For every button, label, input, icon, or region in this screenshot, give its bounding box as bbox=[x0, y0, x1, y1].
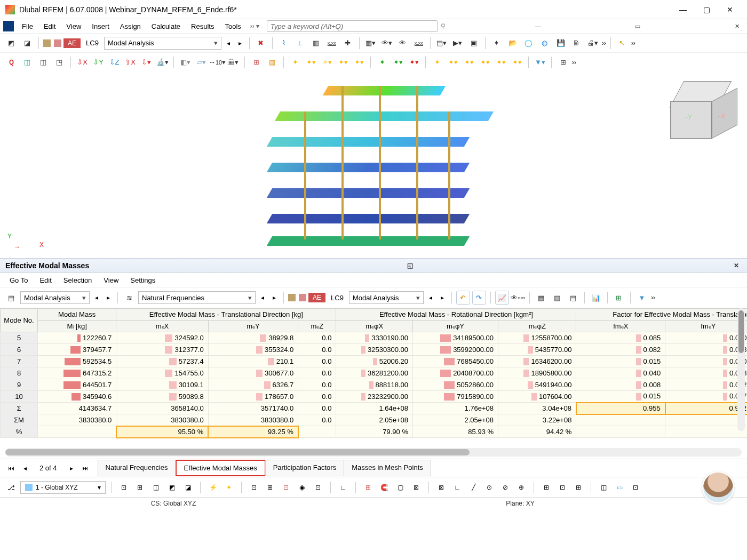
table-row[interactable]: 7592534.557237.4210.10.052006.207685450.… bbox=[1, 356, 748, 367]
assistant-avatar[interactable] bbox=[702, 471, 734, 503]
table-row[interactable]: 9644501.730109.16326.70.0888118.00505286… bbox=[1, 379, 748, 391]
table-vscroll[interactable] bbox=[737, 308, 745, 431]
maximize-button[interactable]: ▢ bbox=[695, 2, 718, 18]
spark-calc-icon[interactable]: ⚡ bbox=[206, 481, 220, 494]
p-eye-icon[interactable]: 👁x.xx bbox=[511, 291, 525, 305]
p-filter-icon[interactable]: ▼ bbox=[635, 291, 649, 305]
load2-icon[interactable]: ✦▾ bbox=[391, 55, 405, 69]
view2-icon[interactable]: ▭ bbox=[613, 481, 626, 494]
snap4-icon[interactable]: ◉ bbox=[295, 481, 309, 494]
menu-insert[interactable]: Insert bbox=[87, 20, 114, 33]
col-modal-mass[interactable]: Modal Mass bbox=[38, 309, 116, 321]
isometric-back-icon[interactable]: ◪ bbox=[20, 36, 34, 50]
menu-edit[interactable]: Edit bbox=[39, 20, 60, 33]
col-factor[interactable]: Factor for Effective Modal Mass - Transl… bbox=[576, 309, 747, 321]
panel-menu-view[interactable]: View bbox=[98, 274, 124, 286]
draw-angle-icon[interactable]: ∟ bbox=[450, 481, 464, 494]
minimize-button[interactable]: — bbox=[671, 2, 695, 18]
table-hscroll[interactable] bbox=[5, 448, 742, 457]
microscope-icon[interactable]: 🔬▾ bbox=[155, 55, 169, 69]
panel-c2-next-icon[interactable]: ▸ bbox=[269, 292, 279, 303]
animate-icon[interactable]: ▶▾ bbox=[451, 36, 465, 50]
spark-run-icon[interactable]: ✦ bbox=[222, 481, 236, 494]
spark1-icon[interactable]: ✦ bbox=[288, 55, 302, 69]
panel-menu-edit[interactable]: Edit bbox=[34, 274, 57, 286]
loadcase-combo[interactable]: Modal Analysis▾ bbox=[104, 37, 221, 50]
toolbar1b-overflow[interactable]: ›› bbox=[631, 39, 635, 47]
new-icon[interactable]: ✦ bbox=[490, 36, 504, 50]
snap5-icon[interactable]: ⊡ bbox=[311, 481, 325, 494]
panel-freq-icon[interactable]: ≋ bbox=[122, 291, 136, 305]
lc-next-icon[interactable]: ▸ bbox=[235, 37, 245, 49]
panel-cat-icon[interactable]: ▤ bbox=[4, 291, 18, 305]
sheet-tab[interactable]: Natural Frequencies bbox=[98, 460, 176, 476]
panel-close-icon[interactable]: ✕ bbox=[731, 262, 742, 269]
select-icon[interactable]: ↖ bbox=[615, 36, 629, 50]
panel-menu-goto[interactable]: Go To bbox=[4, 274, 33, 286]
deform-icon[interactable]: ⌇ bbox=[277, 36, 291, 50]
res3-icon[interactable]: ✦▾ bbox=[462, 55, 476, 69]
results-table[interactable]: Mode No. Modal Mass Effective Modal Mass… bbox=[0, 308, 747, 438]
angle-icon[interactable]: ∟ bbox=[336, 481, 350, 494]
reaction-icon[interactable]: ⟂ bbox=[293, 36, 307, 50]
grid-b-icon[interactable]: ⊡ bbox=[555, 481, 569, 494]
draw1-icon[interactable]: ⊠ bbox=[434, 481, 448, 494]
p-lc-tag[interactable]: AE bbox=[308, 293, 325, 302]
lc-prev-icon[interactable]: ◂ bbox=[224, 37, 233, 49]
p-tbl3-icon[interactable]: ▤ bbox=[566, 291, 580, 305]
paneltool-overflow[interactable]: ›› bbox=[651, 294, 655, 301]
iso-surface-icon[interactable]: ▦▾ bbox=[364, 36, 378, 50]
box2-icon[interactable]: ◳ bbox=[52, 55, 66, 69]
b1-icon[interactable]: ⊡ bbox=[117, 481, 131, 494]
menu-file[interactable]: File bbox=[17, 20, 38, 33]
res5-icon[interactable]: ✦▾ bbox=[494, 55, 508, 69]
cancel-icon[interactable]: Ｑ bbox=[4, 55, 18, 69]
grid-c-icon[interactable]: ⊞ bbox=[571, 481, 585, 494]
isometric-front-icon[interactable]: ◩ bbox=[4, 36, 18, 50]
res4-icon[interactable]: ✦▾ bbox=[478, 55, 492, 69]
panel-menu-selection[interactable]: Selection bbox=[58, 274, 97, 286]
supp-z-icon[interactable]: ⇩Z bbox=[107, 55, 121, 69]
p-graph-icon[interactable]: 📈 bbox=[495, 291, 509, 305]
spark3-icon[interactable]: ✧▾ bbox=[320, 55, 334, 69]
col-eff-trans[interactable]: Effective Modal Mass - Translational Dir… bbox=[116, 309, 336, 321]
cross-icon[interactable]: ✚ bbox=[341, 36, 355, 50]
res6-icon[interactable]: ✦▾ bbox=[510, 55, 524, 69]
diagram-icon[interactable]: ▥ bbox=[309, 36, 323, 50]
coordsys-combo[interactable]: 1 - Global XYZ▾ bbox=[20, 481, 106, 494]
snap3-icon[interactable]: ⊡ bbox=[279, 481, 293, 494]
view3-icon[interactable]: ⊡ bbox=[629, 481, 642, 494]
panel-c2-prev-icon[interactable]: ◂ bbox=[258, 292, 267, 303]
panel-c1-prev-icon[interactable]: ◂ bbox=[92, 292, 101, 303]
mesh1-icon[interactable]: ⊞ bbox=[249, 55, 263, 69]
res1-icon[interactable]: ✦ bbox=[430, 55, 444, 69]
panel-combo2[interactable]: Natural Frequencies▾ bbox=[138, 291, 256, 304]
menu-calculate[interactable]: Calculate bbox=[147, 20, 185, 33]
snap1-icon[interactable]: ⊡ bbox=[247, 481, 261, 494]
load1-icon[interactable]: ✦ bbox=[375, 55, 389, 69]
view1-icon[interactable]: ◫ bbox=[597, 481, 610, 494]
close-button[interactable]: ✕ bbox=[718, 2, 742, 18]
draw-line-icon[interactable]: ╱ bbox=[466, 481, 480, 494]
search-input[interactable]: Type a keyword (Alt+Q) bbox=[267, 20, 438, 32]
panel-lc-next-icon[interactable]: ▸ bbox=[438, 292, 447, 303]
table-row[interactable]: 5122260.7324592.038929.80.03330190.00341… bbox=[1, 332, 748, 344]
b4-icon[interactable]: ◩ bbox=[165, 481, 179, 494]
sheet-tab[interactable]: Participation Factors bbox=[265, 460, 345, 476]
draw2-icon[interactable]: ⊙ bbox=[482, 481, 496, 494]
snap-mag-icon[interactable]: 🧲 bbox=[377, 481, 391, 494]
sheet-tab[interactable]: Masses in Mesh Points bbox=[344, 460, 431, 476]
p-tbl2-icon[interactable]: ▥ bbox=[550, 291, 564, 305]
toolbar1-overflow[interactable]: ›› bbox=[602, 39, 606, 47]
funnel-icon[interactable]: ▼▾ bbox=[533, 55, 547, 69]
cloud-icon[interactable]: ◯ bbox=[522, 36, 536, 50]
dim-icon[interactable]: ↔10▾ bbox=[210, 55, 224, 69]
search-adv-icon[interactable]: ⚲ bbox=[441, 22, 446, 30]
swatch-pink-icon[interactable] bbox=[54, 39, 61, 47]
col-eff-rot[interactable]: Effective Modal Mass - Rotational Direct… bbox=[336, 309, 576, 321]
load3-icon[interactable]: ✦▾ bbox=[407, 55, 421, 69]
box1-icon[interactable]: ◫ bbox=[36, 55, 50, 69]
navigation-cube[interactable]: -X -Y bbox=[670, 81, 734, 145]
p-swatch2-icon[interactable] bbox=[299, 294, 306, 301]
menu-assign[interactable]: Assign bbox=[115, 20, 146, 33]
